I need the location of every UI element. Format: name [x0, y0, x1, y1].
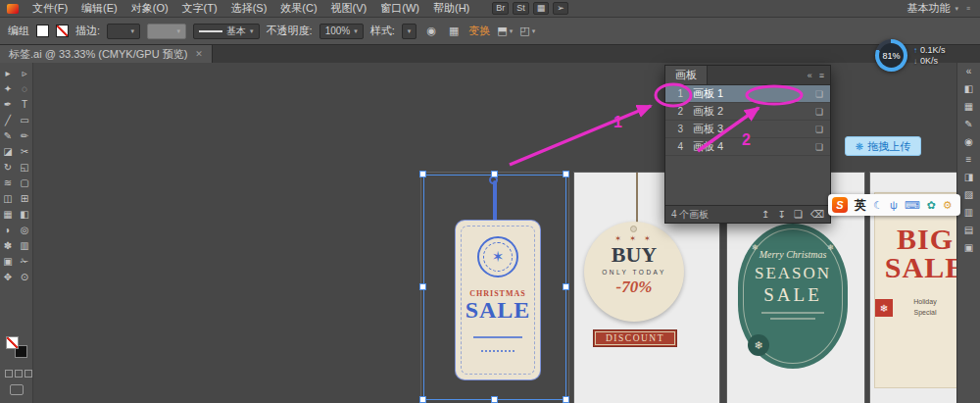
brushes-panel-icon[interactable]: ✎: [964, 119, 972, 129]
selection-handle[interactable]: [419, 283, 426, 290]
new-artboard-icon[interactable]: ❏: [794, 209, 803, 220]
color-button[interactable]: [5, 370, 13, 378]
画板 1[interactable]: 1 画板 1 ❏: [665, 85, 830, 103]
artboard-row-name[interactable]: 画板 3: [693, 122, 815, 136]
eyedropper-tool[interactable]: ◗: [0, 222, 17, 237]
menu-item[interactable]: 帮助(H): [426, 0, 476, 17]
selection-tool[interactable]: ▸: [0, 65, 17, 80]
tag2-discount-ribbon[interactable]: DISCOUNT: [593, 329, 677, 347]
rotate-tool[interactable]: ↻: [0, 159, 17, 175]
document-tab[interactable]: 标签.ai @ 33.33% (CMYK/GPU 预览) ✕: [0, 45, 213, 63]
scissors-tool[interactable]: ✂: [17, 143, 33, 159]
menu-item[interactable]: 编辑(E): [74, 0, 124, 17]
recolor-artwork-icon[interactable]: ◉: [423, 24, 439, 39]
collapse-panel-icon[interactable]: «: [808, 71, 812, 80]
close-icon[interactable]: ✕: [195, 49, 203, 59]
menu-item[interactable]: 文字(T): [175, 0, 224, 17]
type-tool[interactable]: T: [17, 96, 33, 112]
panel-menu-icon[interactable]: ≡: [819, 71, 824, 80]
symbols-panel-icon[interactable]: ◉: [964, 136, 973, 147]
width-tool[interactable]: ≋: [0, 175, 17, 190]
panel-menu-icon[interactable]: ≡: [966, 5, 970, 12]
画板 4[interactable]: 4 画板 4 ❏: [665, 138, 830, 156]
drag-upload-button[interactable]: ❋ 拖拽上传: [845, 136, 921, 156]
selection-handle[interactable]: [563, 283, 569, 290]
paintbrush-tool[interactable]: ✎: [0, 127, 17, 143]
fill-color-swatch[interactable]: [36, 25, 49, 37]
artboard-row-name[interactable]: 画板 4: [693, 139, 815, 154]
menu-item[interactable]: 文件(F): [25, 0, 74, 17]
screen-mode-button[interactable]: [10, 384, 24, 395]
lasso-tool[interactable]: ◌: [17, 80, 33, 96]
stock-button[interactable]: St: [513, 2, 529, 15]
zoom-tool[interactable]: ⊙: [17, 269, 33, 284]
selection-handle[interactable]: [419, 171, 426, 177]
selection-handle[interactable]: [491, 396, 498, 403]
bridge-button[interactable]: Br: [492, 2, 509, 15]
direct-selection-tool[interactable]: ▹: [17, 65, 33, 80]
blend-tool[interactable]: ◎: [17, 222, 33, 237]
pencil-tool[interactable]: ✏: [17, 127, 33, 143]
scale-tool[interactable]: ◱: [17, 159, 33, 175]
variable-width-dropdown[interactable]: ▾: [147, 24, 186, 39]
stroke-width-dropdown[interactable]: ▾: [107, 24, 140, 39]
share-icon[interactable]: ➢: [553, 2, 568, 15]
gradient-tool[interactable]: ◧: [17, 206, 33, 222]
layers-panel-icon[interactable]: ▤: [964, 225, 973, 235]
fill-stroke-swatches[interactable]: [6, 336, 27, 358]
opacity-dropdown[interactable]: 100% ▾: [319, 24, 364, 39]
align-icon[interactable]: ⬒▾: [497, 24, 513, 39]
perspective-grid-tool[interactable]: ⊞: [17, 190, 33, 206]
menu-item[interactable]: 视图(V): [324, 0, 374, 17]
selection-handle[interactable]: [563, 396, 569, 403]
collapse-panels-icon[interactable]: «: [966, 66, 972, 76]
eraser-tool[interactable]: ◪: [0, 143, 17, 159]
mic-icon[interactable]: ψ: [890, 199, 898, 211]
keyboard-icon[interactable]: ⌨: [905, 199, 920, 212]
document-setup-icon[interactable]: ▦: [446, 24, 462, 39]
symbol-sprayer-tool[interactable]: ✽: [0, 237, 17, 253]
artboard-tool[interactable]: ▣: [0, 253, 17, 269]
arrange-documents-icon[interactable]: ▦: [533, 2, 550, 15]
line-segment-tool[interactable]: ╱: [0, 112, 17, 127]
isolate-icon[interactable]: ◰▾: [519, 24, 535, 39]
artboards-panel-icon[interactable]: ▣: [964, 242, 973, 253]
menu-item[interactable]: 窗口(W): [373, 0, 426, 17]
artboard-page-icon[interactable]: ❏: [815, 142, 823, 152]
hand-tool[interactable]: ✥: [0, 269, 17, 284]
selection-handle[interactable]: [419, 396, 426, 403]
artboard-page-icon[interactable]: ❏: [815, 89, 823, 99]
artboard-row-name[interactable]: 画板 1: [693, 86, 815, 101]
stroke-color-swatch[interactable]: [56, 25, 69, 37]
selection-handle[interactable]: [563, 171, 569, 177]
artboards-panel-tab[interactable]: 画板: [665, 66, 708, 84]
fill-swatch[interactable]: [6, 336, 19, 349]
slice-tool[interactable]: ✁: [17, 253, 33, 269]
mesh-tool[interactable]: ▦: [0, 206, 17, 222]
menu-item[interactable]: 效果(C): [273, 0, 323, 17]
magic-wand-tool[interactable]: ✦: [0, 80, 17, 96]
画板 2[interactable]: 2 画板 2 ❏: [665, 103, 830, 121]
column-graph-tool[interactable]: ▥: [17, 237, 33, 253]
graph-panel-icon[interactable]: ▥: [964, 207, 973, 218]
style-dropdown[interactable]: ▾: [402, 24, 417, 39]
transparency-panel-icon[interactable]: ▨: [964, 189, 973, 200]
selection-handle[interactable]: [491, 171, 498, 177]
brush-definition-dropdown[interactable]: 基本 ▾: [193, 24, 260, 39]
menu-item[interactable]: 选择(S): [224, 0, 274, 17]
tag3-artwork[interactable]: ❄ ❄ Merry Christmas SEASON SALE ❄: [738, 224, 848, 369]
artboard-page-icon[interactable]: ❏: [815, 125, 823, 134]
menu-item[interactable]: 对象(O): [124, 0, 175, 17]
transform-link[interactable]: 变换: [468, 24, 490, 38]
night-mode-icon[interactable]: ☾: [873, 199, 883, 212]
artboard-row-name[interactable]: 画板 2: [693, 104, 815, 119]
move-down-icon[interactable]: ↧: [778, 209, 786, 220]
画板 3[interactable]: 3 画板 3 ❏: [665, 121, 830, 138]
pen-tool[interactable]: ✒: [0, 96, 17, 112]
move-up-icon[interactable]: ↥: [761, 209, 769, 220]
ime-language-toggle[interactable]: 英: [855, 197, 866, 214]
gradient-button[interactable]: [15, 370, 23, 378]
sogou-logo-icon[interactable]: S: [832, 197, 848, 213]
free-transform-tool[interactable]: ▢: [17, 175, 33, 190]
stroke-panel-icon[interactable]: ≡: [966, 154, 972, 165]
